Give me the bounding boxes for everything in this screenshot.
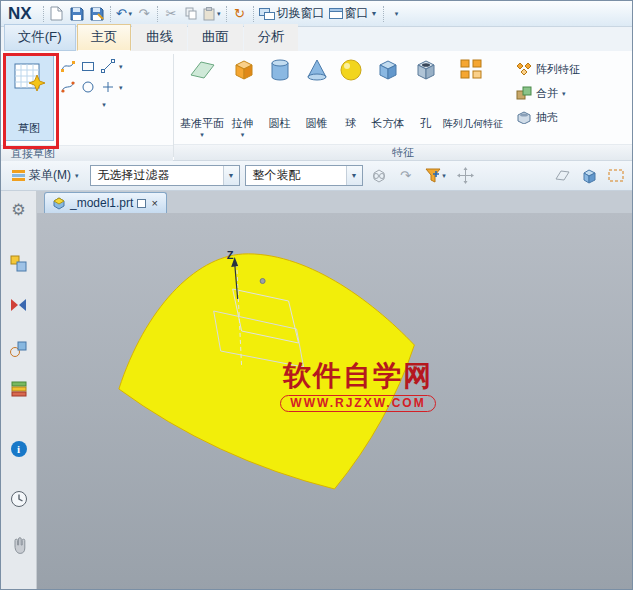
save-button[interactable]: [67, 3, 87, 25]
dropdown-icon[interactable]: ▼: [223, 166, 239, 185]
tab-file[interactable]: 文件(F): [4, 24, 76, 51]
sketch-tools-row: ▾: [59, 57, 123, 75]
cone-button[interactable]: 圆锥: [298, 51, 335, 141]
deselect-button[interactable]: ↷: [395, 165, 417, 187]
touch-mode-button[interactable]: [6, 533, 32, 557]
constraint-navigator-icon: [9, 296, 28, 314]
extrude-icon: [228, 57, 258, 83]
tab-curve[interactable]: 曲线: [132, 24, 187, 51]
save-all-icon: [90, 7, 104, 21]
small-feature-label: 阵列特征: [536, 62, 580, 77]
studio-spline-button[interactable]: [59, 78, 77, 96]
datum-plane-icon: [187, 57, 217, 83]
copy-button[interactable]: [181, 3, 201, 25]
menu-button[interactable]: 菜单(M) ▾: [6, 165, 85, 187]
help-info-button[interactable]: i: [6, 437, 32, 461]
separator: [110, 6, 111, 22]
redo-button[interactable]: ↷: [134, 3, 154, 25]
pattern-geometry-icon: [458, 57, 488, 83]
circle-icon: [81, 80, 95, 94]
cut-button[interactable]: ✂: [161, 3, 181, 25]
undo-button[interactable]: ↶ ▾: [114, 3, 134, 25]
new-file-icon: [50, 6, 63, 21]
hole-button[interactable]: 孔: [410, 51, 441, 141]
block-button[interactable]: 长方体: [366, 51, 410, 141]
pattern-geometry-button[interactable]: 阵列几何特征: [441, 51, 505, 141]
reuse-library-button[interactable]: [6, 337, 32, 361]
repeat-command-button[interactable]: ↻: [230, 3, 250, 25]
gear-icon: ⚙: [11, 200, 25, 219]
switch-window-button[interactable]: 切换窗口: [257, 3, 327, 25]
sketch-button[interactable]: 草图: [4, 55, 54, 141]
datum-plane-button[interactable]: 基准平面 ▾: [180, 51, 224, 141]
menu-icon: [12, 170, 25, 181]
profile-curve-icon: [61, 59, 75, 73]
pattern-feature-icon: [516, 62, 532, 76]
info-icon: i: [11, 441, 27, 457]
dropdown-icon[interactable]: ▾: [119, 84, 123, 91]
part-navigator-icon: [9, 254, 29, 273]
extrude-button[interactable]: 拉伸 ▾: [224, 51, 261, 141]
profile-curve-button[interactable]: [59, 57, 77, 75]
circle-button[interactable]: [79, 78, 97, 96]
cylinder-button[interactable]: 圆柱: [261, 51, 298, 141]
highlight-selection-button[interactable]: [368, 165, 390, 187]
selection-scope-dropdown[interactable]: 整个装配 ▼: [245, 165, 363, 186]
tab-options-icon[interactable]: [137, 199, 146, 208]
new-file-button[interactable]: [47, 3, 67, 25]
studio-spline-icon: [61, 80, 75, 94]
small-feature-label: 合并: [536, 86, 558, 101]
separator: [383, 6, 384, 22]
shell-button[interactable]: 抽壳: [513, 107, 583, 127]
left-sidebar: ⚙ i: [1, 191, 37, 590]
nx-window: NX ↶ ▾ ↷ ✂ ▾ ↻: [0, 0, 633, 590]
tab-surface[interactable]: 曲面: [188, 24, 243, 51]
rectangle-select-icon: [607, 168, 625, 183]
line-button[interactable]: [99, 57, 117, 75]
shell-icon: [516, 110, 532, 124]
main-row: ⚙ i: [1, 191, 632, 590]
work-plane-button[interactable]: [551, 165, 573, 187]
dropdown-icon[interactable]: ▾: [119, 63, 123, 70]
tab-home[interactable]: 主页: [77, 24, 132, 51]
sketch-tools-row: ▾: [59, 78, 123, 96]
roles-gear-button[interactable]: ⚙: [6, 197, 32, 221]
history-palette-button[interactable]: [6, 377, 32, 401]
shaded-view-button[interactable]: [578, 165, 600, 187]
viewport-3d[interactable]: Z 软件自学网 WWW.RJZXW.COM: [37, 213, 632, 590]
cone-icon: [302, 57, 332, 83]
part-tab[interactable]: _model1.prt ×: [44, 192, 167, 213]
rectangle-select-button[interactable]: [605, 165, 627, 187]
sketch-point: [260, 279, 265, 284]
direct-sketch-group-label: 直接草图: [1, 145, 173, 161]
dropdown-icon: ▾: [562, 90, 566, 97]
tab-analysis[interactable]: 分析: [244, 24, 299, 51]
group-label-text: 特征: [392, 145, 414, 160]
rectangle-button[interactable]: [79, 57, 97, 75]
snap-point-button[interactable]: ▾: [422, 165, 450, 187]
point-button[interactable]: [99, 78, 117, 96]
unite-button[interactable]: 合并 ▾: [513, 83, 583, 103]
sphere-button[interactable]: 球: [335, 51, 366, 141]
history-clock-button[interactable]: [6, 487, 32, 511]
window-icon: [329, 8, 343, 19]
sketch-button-label: 草图: [18, 121, 40, 136]
window-menu-button[interactable]: 窗口 ▼: [327, 3, 380, 25]
more-sketch-tools-button[interactable]: ▾: [97, 99, 111, 111]
sphere-icon: [336, 57, 366, 83]
constraint-navigator-button[interactable]: [6, 293, 32, 317]
save-all-button[interactable]: [87, 3, 107, 25]
feature-label: 球: [345, 116, 356, 131]
dropdown-icon[interactable]: ▼: [346, 166, 362, 185]
pattern-feature-button[interactable]: 阵列特征: [513, 59, 583, 79]
snap-point-icon: [425, 168, 441, 183]
paste-button[interactable]: ▾: [201, 3, 223, 25]
selection-filter-dropdown[interactable]: 无选择过滤器 ▼: [90, 165, 240, 186]
qat-customize-button[interactable]: ▾: [387, 3, 407, 25]
part-navigator-button[interactable]: [6, 251, 32, 275]
selection-scope-value: 整个装配: [246, 167, 346, 184]
move-object-button[interactable]: [455, 165, 477, 187]
feature-label: 圆柱: [269, 116, 291, 131]
tab-close-button[interactable]: ×: [150, 197, 158, 209]
separator: [43, 6, 44, 22]
